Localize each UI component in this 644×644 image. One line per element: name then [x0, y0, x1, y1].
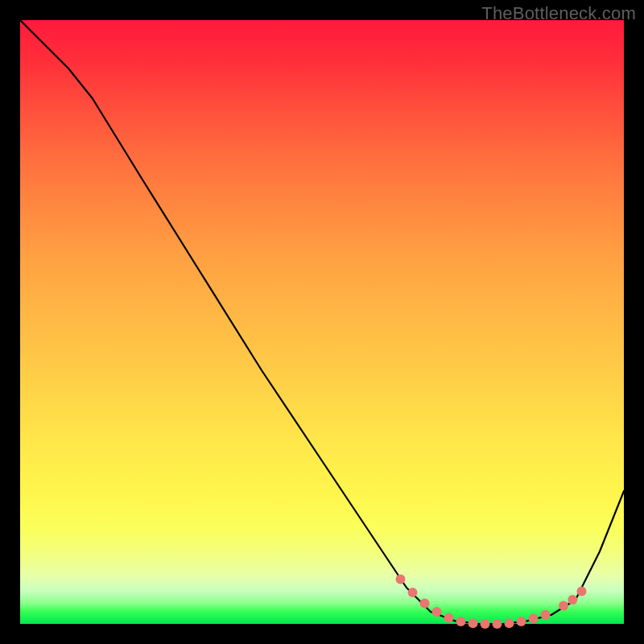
highlight-marker [408, 588, 418, 597]
highlight-marker-group [396, 575, 587, 630]
highlight-marker [420, 599, 430, 609]
highlight-marker [517, 617, 526, 626]
highlight-marker [505, 618, 514, 628]
highlight-marker [577, 587, 587, 597]
bottleneck-curve [20, 20, 624, 624]
highlight-marker [529, 613, 539, 623]
highlight-marker [456, 617, 466, 626]
highlight-marker [396, 575, 406, 584]
watermark-text: TheBottleneck.com [481, 3, 636, 24]
highlight-marker [469, 618, 478, 628]
highlight-marker [493, 619, 502, 629]
highlight-marker [432, 607, 442, 617]
highlight-marker [568, 595, 577, 605]
highlight-marker [444, 613, 454, 623]
chart-frame: TheBottleneck.com [0, 0, 644, 644]
chart-svg [20, 20, 624, 624]
highlight-marker [481, 619, 490, 629]
highlight-marker [541, 610, 551, 620]
chart-plot-area [20, 20, 624, 624]
highlight-marker [559, 601, 568, 611]
